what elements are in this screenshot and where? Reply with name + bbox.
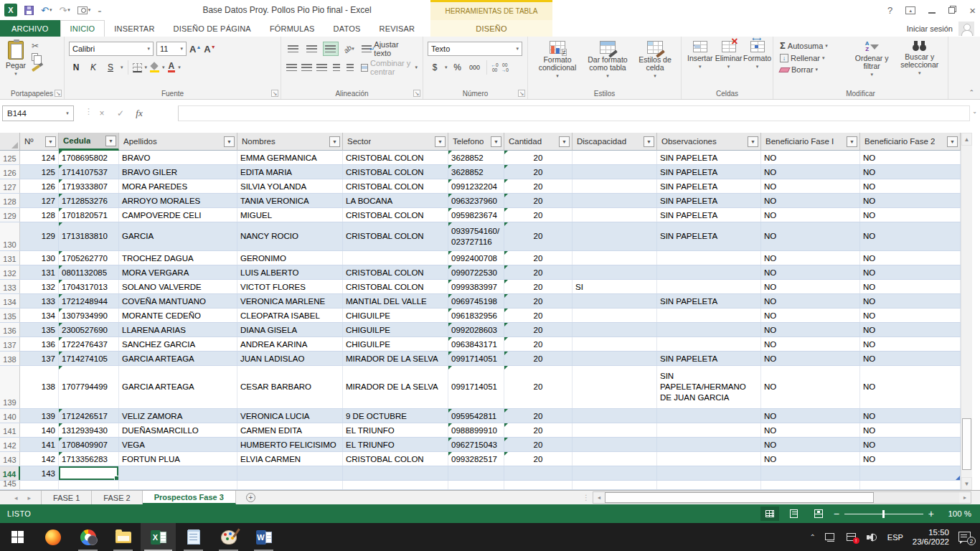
- cell[interactable]: ELVIA CARMEN: [237, 452, 343, 466]
- row-header[interactable]: 133: [0, 280, 20, 293]
- cell[interactable]: NO: [860, 409, 961, 423]
- cell[interactable]: TANIA VERONICA: [237, 194, 343, 207]
- filter-button[interactable]: ▼: [224, 136, 235, 147]
- chrome-button[interactable]: [70, 523, 105, 551]
- cell[interactable]: 1704317013: [59, 280, 119, 293]
- cell[interactable]: 20: [504, 165, 573, 179]
- cancel-icon[interactable]: ×: [95, 108, 109, 118]
- cell[interactable]: [20, 481, 59, 489]
- cell[interactable]: NO: [860, 438, 961, 451]
- percent-button[interactable]: %: [451, 60, 465, 75]
- restore-button[interactable]: [948, 7, 955, 14]
- cell[interactable]: BRAVO: [119, 151, 237, 164]
- formula-input[interactable]: [178, 105, 970, 121]
- horizontal-scrollbar[interactable]: ◂ ▸: [593, 491, 971, 504]
- cell[interactable]: MIRADOR DE LA SELVA: [343, 366, 448, 408]
- cell[interactable]: 1714107537: [59, 165, 119, 179]
- cell[interactable]: FORTUN PLUA: [119, 452, 237, 466]
- cell[interactable]: CRISTOBAL COLON: [343, 179, 448, 193]
- row-header[interactable]: 145: [0, 481, 20, 489]
- cell[interactable]: CHIGUILPE: [343, 323, 448, 336]
- cell[interactable]: LLARENA ARIAS: [119, 323, 237, 336]
- sort-filter-button[interactable]: AZ Ordenar y filtrar▾: [849, 39, 895, 86]
- firefox-button[interactable]: [35, 523, 70, 551]
- ribbon-tab-datos[interactable]: DATOS: [324, 20, 370, 37]
- cell[interactable]: [119, 466, 237, 480]
- cell[interactable]: [657, 423, 761, 437]
- cell[interactable]: CRISTOBAL COLON: [343, 452, 448, 466]
- cell[interactable]: 1714274105: [59, 352, 119, 365]
- cell[interactable]: 20: [504, 251, 573, 265]
- cell[interactable]: 142: [20, 452, 59, 466]
- cell[interactable]: 0992028603: [448, 323, 504, 336]
- cell[interactable]: NO: [761, 280, 860, 293]
- filter-button[interactable]: ▼: [329, 136, 340, 147]
- insert-function-icon[interactable]: fx: [132, 108, 146, 119]
- cell[interactable]: NO: [761, 423, 860, 437]
- cell[interactable]: DIANA GISELA: [237, 323, 343, 336]
- cell[interactable]: 2300527690: [59, 323, 119, 336]
- filter-button[interactable]: ▼: [105, 136, 116, 146]
- italic-button[interactable]: K: [86, 60, 100, 75]
- cell[interactable]: [573, 366, 657, 408]
- minimize-button[interactable]: [928, 7, 936, 14]
- sheet-tab-fase-2[interactable]: FASE 2: [92, 491, 142, 504]
- touch-mode-icon[interactable]: ▾: [77, 6, 91, 14]
- cell[interactable]: CRISTOBAL COLON: [343, 151, 448, 164]
- ribbon-tab-insertar[interactable]: INSERTAR: [105, 20, 164, 37]
- cell[interactable]: [237, 481, 343, 489]
- zoom-out-button[interactable]: −: [834, 509, 839, 519]
- align-top-button[interactable]: [286, 42, 301, 56]
- cell[interactable]: LA BOCANA: [343, 194, 448, 207]
- cell[interactable]: NO: [860, 208, 961, 222]
- cell[interactable]: COVEÑA MANTUANO: [119, 294, 237, 308]
- column-header-cantidad[interactable]: Cantidad▼: [504, 133, 573, 151]
- row-header[interactable]: 144: [0, 466, 20, 480]
- cell[interactable]: 20: [504, 151, 573, 164]
- row-header[interactable]: 140: [0, 409, 20, 423]
- cell[interactable]: NO: [860, 222, 961, 250]
- cell[interactable]: BRAVO GILER: [119, 165, 237, 179]
- cell[interactable]: [59, 481, 119, 489]
- cell[interactable]: HUMBERTO FELICISIMO: [237, 438, 343, 451]
- horizontal-scroll-thumb[interactable]: [605, 492, 874, 503]
- sheet-tab-fase-1[interactable]: FASE 1: [41, 491, 92, 504]
- row-header[interactable]: 142: [0, 438, 20, 451]
- cell[interactable]: SIN PAPELETA: [657, 151, 761, 164]
- cell[interactable]: MORA VERGARA: [119, 265, 237, 279]
- cell[interactable]: [573, 222, 657, 250]
- cell[interactable]: SIN PAPELETA: [657, 352, 761, 365]
- page-break-view-button[interactable]: [809, 507, 828, 521]
- fill-color-button[interactable]: [150, 63, 159, 72]
- name-box[interactable]: B144 ▾: [2, 105, 74, 121]
- number-format-combo[interactable]: Texto▾: [428, 42, 522, 56]
- cell[interactable]: 124: [20, 151, 59, 164]
- tray-expand-icon[interactable]: ⌃: [809, 533, 815, 541]
- cell[interactable]: 1307934990: [59, 309, 119, 322]
- customize-quick-access-icon[interactable]: ₌: [98, 6, 101, 14]
- cell[interactable]: 131: [20, 265, 59, 279]
- row-header[interactable]: 132: [0, 265, 20, 279]
- cell[interactable]: 20: [504, 294, 573, 308]
- close-button[interactable]: ×: [969, 4, 976, 17]
- column-header-nombres[interactable]: Nombres▼: [237, 133, 343, 151]
- cell[interactable]: EL TRIUNFO: [343, 438, 448, 451]
- cell[interactable]: 1712426517: [59, 409, 119, 423]
- cell[interactable]: [573, 323, 657, 336]
- cell[interactable]: [657, 466, 761, 480]
- wrap-text-button[interactable]: Ajustar texto: [359, 39, 420, 58]
- decrease-indent-button[interactable]: [331, 60, 341, 75]
- row-header[interactable]: 135: [0, 309, 20, 322]
- cell[interactable]: 0963237960: [448, 194, 504, 207]
- cell[interactable]: 139: [20, 409, 59, 423]
- cell[interactable]: [573, 208, 657, 222]
- cell[interactable]: [448, 481, 504, 489]
- cell[interactable]: NO: [761, 294, 860, 308]
- vertical-scroll-thumb[interactable]: [962, 418, 971, 470]
- row-header[interactable]: 130: [0, 222, 20, 250]
- zoom-in-button[interactable]: +: [928, 509, 934, 519]
- cell[interactable]: SIN PAPELETA: [657, 165, 761, 179]
- redo-button[interactable]: ↷▾: [59, 5, 70, 16]
- cell[interactable]: 1705262770: [59, 251, 119, 265]
- align-bottom-button[interactable]: [323, 42, 339, 56]
